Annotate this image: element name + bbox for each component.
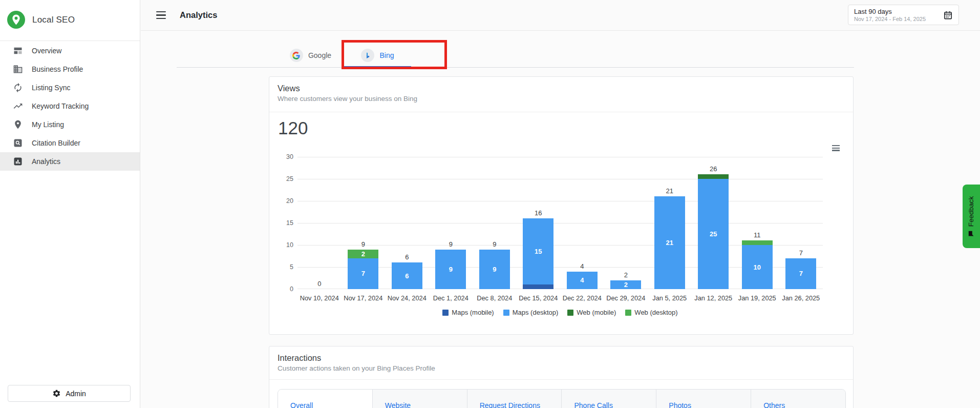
legend-label: Maps (desktop) — [513, 309, 559, 316]
page-title: Analytics — [180, 10, 217, 20]
sidebar-item-citation-builder[interactable]: Citation Builder — [0, 134, 140, 152]
date-range-label: Last 90 days — [854, 8, 943, 16]
sidebar-item-label: Business Profile — [32, 65, 83, 73]
listing-sync-icon — [13, 83, 23, 93]
menu-icon[interactable] — [155, 10, 167, 21]
overview-icon — [13, 46, 23, 56]
x-axis-label: Dec 1, 2024 — [429, 294, 473, 302]
sidebar-divider — [0, 40, 140, 41]
legend-swatch — [625, 310, 631, 316]
date-range-text: Last 90 days Nov 17, 2024 - Feb 14, 2025 — [854, 8, 943, 23]
bar-total-label: 7 — [799, 250, 803, 257]
interactions-card: Interactions Customer actions taken on y… — [269, 346, 854, 408]
active-tab-indicator — [344, 66, 411, 68]
sidebar: Local SEO OverviewBusiness ProfileListin… — [0, 0, 140, 408]
bar-segment — [742, 240, 773, 245]
views-card-title: Views — [278, 84, 845, 93]
bar-segment: 9 — [435, 250, 466, 289]
my-listing-icon — [13, 119, 23, 130]
bar-group: 77 — [779, 157, 823, 289]
interactions-tab-overall[interactable]: Overall — [278, 390, 373, 408]
x-axis-label: Jan 12, 2025 — [692, 294, 736, 302]
legend-label: Web (desktop) — [634, 309, 677, 316]
feedback-button-content: Feedback — [968, 196, 975, 236]
tab-bing-label: Bing — [379, 51, 394, 59]
gear-icon — [52, 389, 61, 398]
bar-total-label: 9 — [361, 241, 365, 248]
x-axis-label: Nov 24, 2024 — [385, 294, 429, 302]
citation-builder-icon — [13, 138, 23, 148]
bar-segment: 7 — [348, 258, 378, 289]
y-axis-tick: 10 — [273, 241, 293, 249]
bar-segment: 10 — [742, 245, 773, 289]
feedback-label: Feedback — [968, 196, 975, 226]
interactions-tab-website[interactable]: Website — [373, 390, 467, 408]
bar-total-label: 0 — [317, 280, 321, 288]
bar-segment: 25 — [698, 179, 729, 289]
chart-legend: Maps (mobile)Maps (desktop)Web (mobile)W… — [297, 309, 823, 316]
feedback-button[interactable]: Feedback — [963, 185, 980, 248]
interactions-tab-bar: OverallWebsiteRequest DirectionsPhone Ca… — [278, 389, 846, 408]
sidebar-nav: OverviewBusiness ProfileListing SyncKeyw… — [0, 42, 140, 171]
sidebar-item-my-listing[interactable]: My Listing — [0, 115, 140, 134]
x-axis-label: Jan 19, 2025 — [735, 294, 779, 302]
x-axis-label: Jan 26, 2025 — [779, 294, 823, 302]
brand: Local SEO — [7, 11, 75, 29]
bar-total-label: 9 — [493, 241, 496, 248]
bar-segment: 4 — [567, 272, 598, 289]
bar-group: 0 — [297, 157, 342, 289]
legend-item[interactable]: Maps (desktop) — [503, 309, 559, 316]
bar-segment: 2 — [348, 250, 378, 258]
bar-group: 1615 — [517, 157, 561, 289]
sidebar-item-overview[interactable]: Overview — [0, 42, 140, 60]
x-axis-label: Dec 15, 2024 — [517, 294, 561, 302]
bar-total-label: 11 — [754, 232, 761, 239]
sidebar-item-analytics[interactable]: Analytics — [0, 152, 140, 171]
legend-item[interactable]: Web (mobile) — [567, 309, 616, 316]
sidebar-item-label: My Listing — [32, 120, 64, 129]
y-axis-tick: 25 — [273, 175, 293, 182]
business-profile-icon — [13, 64, 23, 74]
y-axis-tick: 5 — [273, 263, 293, 271]
date-range-value: Nov 17, 2024 - Feb 14, 2025 — [854, 16, 943, 23]
bar-total-label: 9 — [449, 241, 453, 248]
bar-segment: 6 — [392, 262, 422, 289]
keyword-tracking-icon — [13, 101, 23, 111]
legend-swatch — [442, 310, 449, 316]
bar-segment: 15 — [523, 218, 553, 284]
bar-segment — [698, 174, 729, 179]
bar-group: 2121 — [648, 157, 692, 289]
tab-google[interactable]: Google — [277, 43, 344, 68]
legend-item[interactable]: Maps (mobile) — [442, 309, 494, 316]
tab-bing[interactable]: Bing — [344, 43, 411, 68]
sidebar-item-business-profile[interactable]: Business Profile — [0, 60, 140, 78]
bar-segment: 7 — [785, 258, 816, 289]
feedback-icon — [968, 230, 975, 237]
x-axis-labels: Nov 10, 2024Nov 17, 2024Nov 24, 2024Dec … — [297, 294, 823, 302]
bar-segment — [523, 284, 553, 289]
date-range-picker[interactable]: Last 90 days Nov 17, 2024 - Feb 14, 2025 — [848, 5, 959, 25]
sidebar-item-keyword-tracking[interactable]: Keyword Tracking — [0, 97, 140, 115]
chart-menu-icon[interactable] — [831, 144, 841, 152]
interactions-tab-phone-calls[interactable]: Phone Calls — [562, 390, 656, 408]
bar-group: 1110 — [735, 157, 779, 289]
brand-name: Local SEO — [32, 15, 75, 25]
interactions-tab-others[interactable]: Others — [751, 390, 845, 408]
local-seo-logo-icon — [7, 11, 25, 29]
bar-group: 22 — [604, 157, 648, 289]
sidebar-item-listing-sync[interactable]: Listing Sync — [0, 78, 140, 97]
bar-group: 99 — [429, 157, 473, 289]
sidebar-item-label: Listing Sync — [32, 84, 70, 92]
views-card: Views Where customers view your business… — [269, 76, 854, 335]
x-axis-label: Dec 8, 2024 — [473, 294, 517, 302]
views-total: 120 — [278, 118, 308, 138]
views-card-header: Views Where customers view your business… — [269, 77, 853, 112]
legend-item[interactable]: Web (desktop) — [625, 309, 677, 316]
x-axis-label: Nov 17, 2024 — [342, 294, 386, 302]
interactions-tab-photos[interactable]: Photos — [656, 390, 751, 408]
y-axis-tick: 0 — [273, 285, 293, 293]
admin-button[interactable]: Admin — [8, 385, 131, 402]
y-axis-tick: 15 — [273, 219, 293, 227]
bar-group: 44 — [560, 157, 604, 289]
interactions-tab-request-directions[interactable]: Request Directions — [467, 390, 562, 408]
